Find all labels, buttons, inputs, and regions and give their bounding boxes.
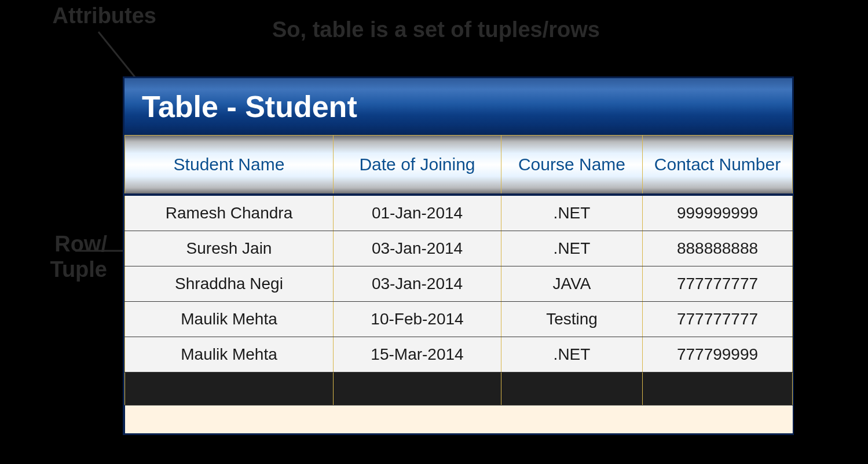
col-student-name: Student Name (125, 136, 334, 195)
cell-name: Ramesh Chandra (125, 195, 334, 231)
table-header-row: Student Name Date of Joining Course Name… (125, 136, 793, 195)
table-row-empty-cream (125, 405, 793, 434)
col-date-joining: Date of Joining (334, 136, 501, 195)
cell-doj: 03-Jan-2014 (334, 266, 501, 302)
cell-course: .NET (501, 337, 643, 372)
cell-course: .NET (501, 231, 643, 266)
cell-doj: 03-Jan-2014 (334, 231, 501, 266)
cell-contact: 999999999 (643, 195, 793, 231)
cell-name: Shraddha Negi (125, 266, 334, 302)
col-contact-number: Contact Number (643, 136, 793, 195)
cell-empty (125, 405, 793, 434)
table-title-bar: Table - Student (124, 78, 792, 135)
table-row: Shraddha Negi 03-Jan-2014 JAVA 777777777 (125, 266, 793, 302)
cell-course: JAVA (501, 266, 643, 302)
table-row-empty-dark (125, 372, 793, 405)
col-course-name: Course Name (501, 136, 643, 195)
table-panel: Table - Student Student Name Date of Joi… (123, 76, 794, 435)
table-title: Table - Student (142, 89, 357, 124)
cell-contact: 777799999 (643, 337, 793, 372)
cell-name: Maulik Mehta (125, 302, 334, 337)
table-row: Maulik Mehta 10-Feb-2014 Testing 7777777… (125, 302, 793, 337)
cell-empty (125, 372, 334, 405)
cell-contact: 777777777 (643, 266, 793, 302)
cell-empty (334, 372, 501, 405)
table-row: Maulik Mehta 15-Mar-2014 .NET 777799999 (125, 337, 793, 372)
cell-contact: 888888888 (643, 231, 793, 266)
cell-doj: 10-Feb-2014 (334, 302, 501, 337)
cell-contact: 777777777 (643, 302, 793, 337)
cell-name: Suresh Jain (125, 231, 334, 266)
cell-doj: 01-Jan-2014 (334, 195, 501, 231)
cell-empty (501, 372, 643, 405)
label-attributes: Attributes (35, 3, 156, 29)
cell-empty (643, 372, 793, 405)
cell-course: Testing (501, 302, 643, 337)
caption-text: So, table is a set of tuples/rows (272, 17, 600, 42)
student-table: Student Name Date of Joining Course Name… (124, 135, 793, 433)
cell-course: .NET (501, 195, 643, 231)
cell-doj: 15-Mar-2014 (334, 337, 501, 372)
cell-name: Maulik Mehta (125, 337, 334, 372)
table-row: Ramesh Chandra 01-Jan-2014 .NET 99999999… (125, 195, 793, 231)
table-row: Suresh Jain 03-Jan-2014 .NET 888888888 (125, 231, 793, 266)
